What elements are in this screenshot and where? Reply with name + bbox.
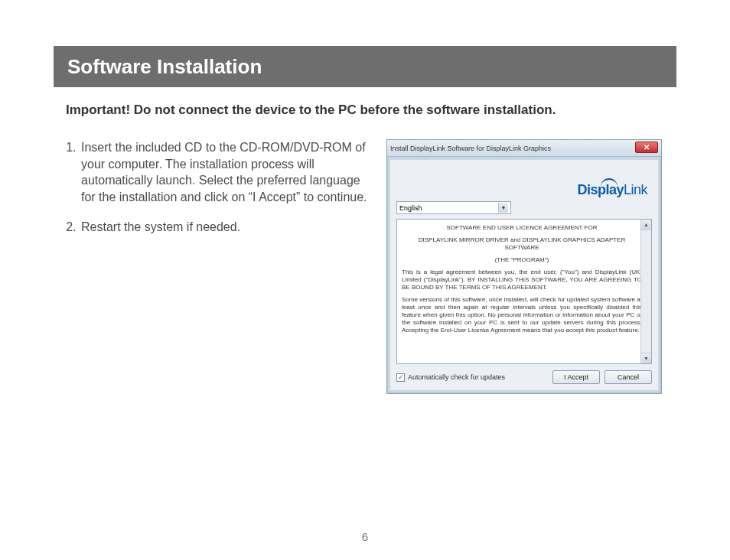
scrollbar[interactable]: ▲ ▼ [640, 220, 651, 363]
logo-text-reg: Link [624, 182, 647, 197]
installer-dialog: Install DisplayLink Software for Display… [386, 139, 662, 394]
cancel-button-label: Cancel [618, 373, 639, 381]
button-row: I Accept Cancel [552, 370, 652, 384]
step-2: Restart the system if needed. [80, 219, 368, 236]
logo-arc-icon [601, 178, 618, 187]
close-icon: ✕ [644, 144, 650, 151]
scroll-down-icon[interactable]: ▼ [641, 353, 651, 363]
section-title: Software Installation [67, 55, 262, 79]
close-button[interactable]: ✕ [635, 142, 658, 153]
license-textbox[interactable]: SOFTWARE END USER LICENCE AGREEMENT FOR … [396, 219, 652, 364]
displaylink-logo: DisplayLink [559, 182, 647, 198]
license-heading-1: SOFTWARE END USER LICENCE AGREEMENT FOR [402, 224, 642, 232]
auto-update-checkbox-row[interactable]: ✓ Automatically check for updates [396, 373, 505, 382]
license-para-1: This is a legal agreement between you, t… [402, 269, 642, 291]
dialog-body: DisplayLink English ▼ SOFTWARE END USER … [389, 159, 659, 391]
license-heading-2: DISPLAYLINK MIRROR DRIVER and DISPLAYLIN… [402, 236, 642, 252]
accept-button-label: I Accept [564, 373, 588, 381]
content-row: Insert the included CD to the CD-ROM/DVD… [66, 139, 664, 394]
accept-button[interactable]: I Accept [552, 370, 600, 384]
scroll-up-icon[interactable]: ▲ [641, 220, 651, 230]
instructions-column: Insert the included CD to the CD-ROM/DVD… [66, 139, 368, 394]
license-heading-3: (THE "PROGRAM") [402, 256, 642, 264]
cancel-button[interactable]: Cancel [605, 370, 652, 384]
chevron-down-icon: ▼ [498, 203, 508, 213]
dialog-titlebar: Install DisplayLink Software for Display… [387, 140, 661, 157]
checkbox-label: Automatically check for updates [408, 373, 505, 381]
language-select[interactable]: English ▼ [396, 201, 511, 214]
dialog-title: Install DisplayLink Software for Display… [390, 145, 551, 152]
section-header: Software Installation [54, 46, 676, 87]
language-value: English [399, 204, 422, 212]
page-number: 6 [0, 530, 730, 543]
step-1: Insert the included CD to the CD-ROM/DVD… [80, 139, 368, 205]
screenshot-figure: Install DisplayLink Software for Display… [386, 139, 664, 394]
dialog-footer: ✓ Automatically check for updates I Acce… [396, 370, 652, 384]
license-para-2: Some versions of this software, once ins… [402, 296, 642, 334]
logo-row: DisplayLink [396, 164, 652, 198]
checkbox-icon[interactable]: ✓ [396, 373, 405, 382]
license-content: SOFTWARE END USER LICENCE AGREEMENT FOR … [397, 220, 651, 343]
important-notice: Important! Do not connect the device to … [66, 103, 664, 118]
